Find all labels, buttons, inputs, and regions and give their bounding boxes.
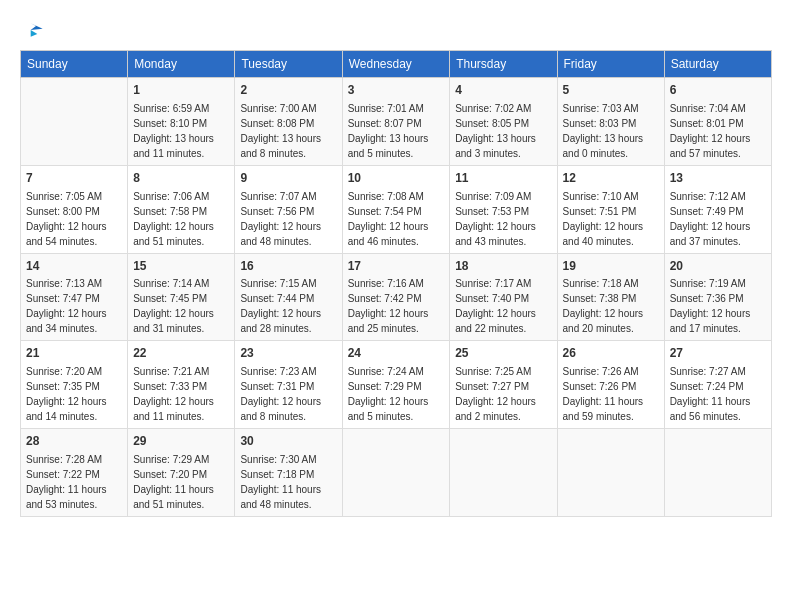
day-info: Sunrise: 7:19 AM Sunset: 7:36 PM Dayligh… bbox=[670, 276, 766, 336]
day-number: 6 bbox=[670, 82, 766, 99]
calendar-cell: 23Sunrise: 7:23 AM Sunset: 7:31 PM Dayli… bbox=[235, 341, 342, 429]
day-number: 11 bbox=[455, 170, 551, 187]
calendar-cell: 11Sunrise: 7:09 AM Sunset: 7:53 PM Dayli… bbox=[450, 165, 557, 253]
day-info: Sunrise: 7:20 AM Sunset: 7:35 PM Dayligh… bbox=[26, 364, 122, 424]
day-info: Sunrise: 7:04 AM Sunset: 8:01 PM Dayligh… bbox=[670, 101, 766, 161]
calendar-cell: 24Sunrise: 7:24 AM Sunset: 7:29 PM Dayli… bbox=[342, 341, 450, 429]
day-info: Sunrise: 7:05 AM Sunset: 8:00 PM Dayligh… bbox=[26, 189, 122, 249]
calendar-cell: 26Sunrise: 7:26 AM Sunset: 7:26 PM Dayli… bbox=[557, 341, 664, 429]
day-number: 3 bbox=[348, 82, 445, 99]
day-number: 17 bbox=[348, 258, 445, 275]
calendar-cell: 20Sunrise: 7:19 AM Sunset: 7:36 PM Dayli… bbox=[664, 253, 771, 341]
day-number: 13 bbox=[670, 170, 766, 187]
day-number: 29 bbox=[133, 433, 229, 450]
day-header-thursday: Thursday bbox=[450, 51, 557, 78]
day-number: 21 bbox=[26, 345, 122, 362]
calendar-cell bbox=[21, 78, 128, 166]
calendar-cell bbox=[450, 429, 557, 517]
calendar-cell: 4Sunrise: 7:02 AM Sunset: 8:05 PM Daylig… bbox=[450, 78, 557, 166]
day-info: Sunrise: 7:14 AM Sunset: 7:45 PM Dayligh… bbox=[133, 276, 229, 336]
day-number: 19 bbox=[563, 258, 659, 275]
day-info: Sunrise: 6:59 AM Sunset: 8:10 PM Dayligh… bbox=[133, 101, 229, 161]
day-info: Sunrise: 7:27 AM Sunset: 7:24 PM Dayligh… bbox=[670, 364, 766, 424]
day-number: 24 bbox=[348, 345, 445, 362]
calendar-cell: 13Sunrise: 7:12 AM Sunset: 7:49 PM Dayli… bbox=[664, 165, 771, 253]
day-number: 27 bbox=[670, 345, 766, 362]
day-info: Sunrise: 7:29 AM Sunset: 7:20 PM Dayligh… bbox=[133, 452, 229, 512]
day-info: Sunrise: 7:25 AM Sunset: 7:27 PM Dayligh… bbox=[455, 364, 551, 424]
day-header-saturday: Saturday bbox=[664, 51, 771, 78]
calendar-cell: 12Sunrise: 7:10 AM Sunset: 7:51 PM Dayli… bbox=[557, 165, 664, 253]
calendar-table: SundayMondayTuesdayWednesdayThursdayFrid… bbox=[20, 50, 772, 517]
calendar-cell: 3Sunrise: 7:01 AM Sunset: 8:07 PM Daylig… bbox=[342, 78, 450, 166]
day-number: 4 bbox=[455, 82, 551, 99]
calendar-cell: 28Sunrise: 7:28 AM Sunset: 7:22 PM Dayli… bbox=[21, 429, 128, 517]
day-number: 8 bbox=[133, 170, 229, 187]
calendar-week-row: 21Sunrise: 7:20 AM Sunset: 7:35 PM Dayli… bbox=[21, 341, 772, 429]
day-info: Sunrise: 7:06 AM Sunset: 7:58 PM Dayligh… bbox=[133, 189, 229, 249]
calendar-cell: 15Sunrise: 7:14 AM Sunset: 7:45 PM Dayli… bbox=[128, 253, 235, 341]
calendar-cell: 5Sunrise: 7:03 AM Sunset: 8:03 PM Daylig… bbox=[557, 78, 664, 166]
day-info: Sunrise: 7:17 AM Sunset: 7:40 PM Dayligh… bbox=[455, 276, 551, 336]
day-info: Sunrise: 7:10 AM Sunset: 7:51 PM Dayligh… bbox=[563, 189, 659, 249]
day-info: Sunrise: 7:24 AM Sunset: 7:29 PM Dayligh… bbox=[348, 364, 445, 424]
day-info: Sunrise: 7:30 AM Sunset: 7:18 PM Dayligh… bbox=[240, 452, 336, 512]
calendar-cell: 14Sunrise: 7:13 AM Sunset: 7:47 PM Dayli… bbox=[21, 253, 128, 341]
day-number: 1 bbox=[133, 82, 229, 99]
day-number: 23 bbox=[240, 345, 336, 362]
day-number: 14 bbox=[26, 258, 122, 275]
day-number: 28 bbox=[26, 433, 122, 450]
day-info: Sunrise: 7:15 AM Sunset: 7:44 PM Dayligh… bbox=[240, 276, 336, 336]
day-number: 30 bbox=[240, 433, 336, 450]
day-header-friday: Friday bbox=[557, 51, 664, 78]
calendar-cell: 27Sunrise: 7:27 AM Sunset: 7:24 PM Dayli… bbox=[664, 341, 771, 429]
calendar-cell: 16Sunrise: 7:15 AM Sunset: 7:44 PM Dayli… bbox=[235, 253, 342, 341]
calendar-cell: 7Sunrise: 7:05 AM Sunset: 8:00 PM Daylig… bbox=[21, 165, 128, 253]
day-number: 26 bbox=[563, 345, 659, 362]
day-number: 22 bbox=[133, 345, 229, 362]
calendar-cell: 25Sunrise: 7:25 AM Sunset: 7:27 PM Dayli… bbox=[450, 341, 557, 429]
day-number: 25 bbox=[455, 345, 551, 362]
calendar-week-row: 7Sunrise: 7:05 AM Sunset: 8:00 PM Daylig… bbox=[21, 165, 772, 253]
day-number: 18 bbox=[455, 258, 551, 275]
day-info: Sunrise: 7:18 AM Sunset: 7:38 PM Dayligh… bbox=[563, 276, 659, 336]
calendar-week-row: 28Sunrise: 7:28 AM Sunset: 7:22 PM Dayli… bbox=[21, 429, 772, 517]
day-number: 7 bbox=[26, 170, 122, 187]
day-header-monday: Monday bbox=[128, 51, 235, 78]
calendar-cell bbox=[342, 429, 450, 517]
calendar-cell: 6Sunrise: 7:04 AM Sunset: 8:01 PM Daylig… bbox=[664, 78, 771, 166]
day-number: 20 bbox=[670, 258, 766, 275]
day-header-sunday: Sunday bbox=[21, 51, 128, 78]
calendar-cell: 17Sunrise: 7:16 AM Sunset: 7:42 PM Dayli… bbox=[342, 253, 450, 341]
calendar-cell: 9Sunrise: 7:07 AM Sunset: 7:56 PM Daylig… bbox=[235, 165, 342, 253]
svg-marker-1 bbox=[31, 30, 38, 37]
logo-bird-icon bbox=[24, 20, 44, 40]
day-info: Sunrise: 7:16 AM Sunset: 7:42 PM Dayligh… bbox=[348, 276, 445, 336]
svg-marker-0 bbox=[31, 23, 43, 30]
calendar-week-row: 14Sunrise: 7:13 AM Sunset: 7:47 PM Dayli… bbox=[21, 253, 772, 341]
calendar-cell: 21Sunrise: 7:20 AM Sunset: 7:35 PM Dayli… bbox=[21, 341, 128, 429]
day-header-wednesday: Wednesday bbox=[342, 51, 450, 78]
calendar-cell: 8Sunrise: 7:06 AM Sunset: 7:58 PM Daylig… bbox=[128, 165, 235, 253]
calendar-cell: 19Sunrise: 7:18 AM Sunset: 7:38 PM Dayli… bbox=[557, 253, 664, 341]
calendar-cell: 29Sunrise: 7:29 AM Sunset: 7:20 PM Dayli… bbox=[128, 429, 235, 517]
day-info: Sunrise: 7:01 AM Sunset: 8:07 PM Dayligh… bbox=[348, 101, 445, 161]
calendar-cell: 1Sunrise: 6:59 AM Sunset: 8:10 PM Daylig… bbox=[128, 78, 235, 166]
day-info: Sunrise: 7:12 AM Sunset: 7:49 PM Dayligh… bbox=[670, 189, 766, 249]
day-info: Sunrise: 7:02 AM Sunset: 8:05 PM Dayligh… bbox=[455, 101, 551, 161]
calendar-week-row: 1Sunrise: 6:59 AM Sunset: 8:10 PM Daylig… bbox=[21, 78, 772, 166]
day-number: 10 bbox=[348, 170, 445, 187]
day-info: Sunrise: 7:21 AM Sunset: 7:33 PM Dayligh… bbox=[133, 364, 229, 424]
day-number: 5 bbox=[563, 82, 659, 99]
header bbox=[20, 20, 772, 40]
day-number: 12 bbox=[563, 170, 659, 187]
day-info: Sunrise: 7:00 AM Sunset: 8:08 PM Dayligh… bbox=[240, 101, 336, 161]
day-info: Sunrise: 7:26 AM Sunset: 7:26 PM Dayligh… bbox=[563, 364, 659, 424]
day-number: 15 bbox=[133, 258, 229, 275]
day-header-tuesday: Tuesday bbox=[235, 51, 342, 78]
calendar-cell: 18Sunrise: 7:17 AM Sunset: 7:40 PM Dayli… bbox=[450, 253, 557, 341]
day-number: 9 bbox=[240, 170, 336, 187]
calendar-cell bbox=[664, 429, 771, 517]
day-info: Sunrise: 7:03 AM Sunset: 8:03 PM Dayligh… bbox=[563, 101, 659, 161]
day-number: 2 bbox=[240, 82, 336, 99]
